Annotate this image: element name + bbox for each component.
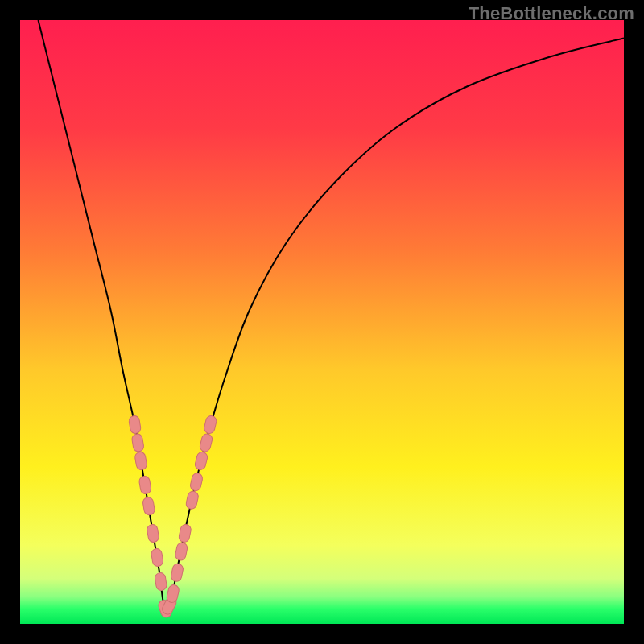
svg-rect-4 <box>138 476 152 495</box>
svg-rect-12 <box>170 563 184 582</box>
marker <box>151 548 163 568</box>
marker <box>178 523 192 543</box>
marker <box>138 476 152 495</box>
svg-rect-8 <box>155 572 167 592</box>
marker <box>131 433 144 452</box>
plot-area <box>20 20 624 624</box>
svg-rect-17 <box>194 451 208 470</box>
svg-rect-19 <box>203 415 217 434</box>
svg-rect-16 <box>189 473 204 492</box>
bottleneck-curve <box>39 20 625 613</box>
marker <box>128 415 141 435</box>
marker <box>142 497 155 516</box>
marker <box>155 572 167 592</box>
marker <box>175 542 188 561</box>
svg-rect-1 <box>128 415 141 435</box>
svg-rect-11 <box>166 584 180 603</box>
svg-rect-3 <box>134 452 148 471</box>
chart-frame: TheBottleneck.com <box>0 0 644 644</box>
marker <box>166 584 180 603</box>
chart-layer <box>20 20 624 624</box>
watermark-text: TheBottleneck.com <box>469 3 634 24</box>
marker <box>194 451 208 470</box>
marker <box>199 433 213 452</box>
marker <box>134 452 148 471</box>
svg-rect-18 <box>199 433 213 452</box>
svg-rect-13 <box>175 542 188 561</box>
svg-rect-15 <box>185 490 199 510</box>
marker-group <box>128 415 217 618</box>
svg-rect-2 <box>131 433 144 452</box>
marker <box>147 524 159 543</box>
marker <box>189 473 204 492</box>
svg-rect-14 <box>178 523 192 543</box>
marker <box>203 415 217 434</box>
svg-rect-7 <box>151 548 163 568</box>
marker <box>185 490 199 510</box>
marker <box>170 563 184 582</box>
svg-rect-6 <box>147 524 159 543</box>
svg-rect-5 <box>142 497 155 516</box>
